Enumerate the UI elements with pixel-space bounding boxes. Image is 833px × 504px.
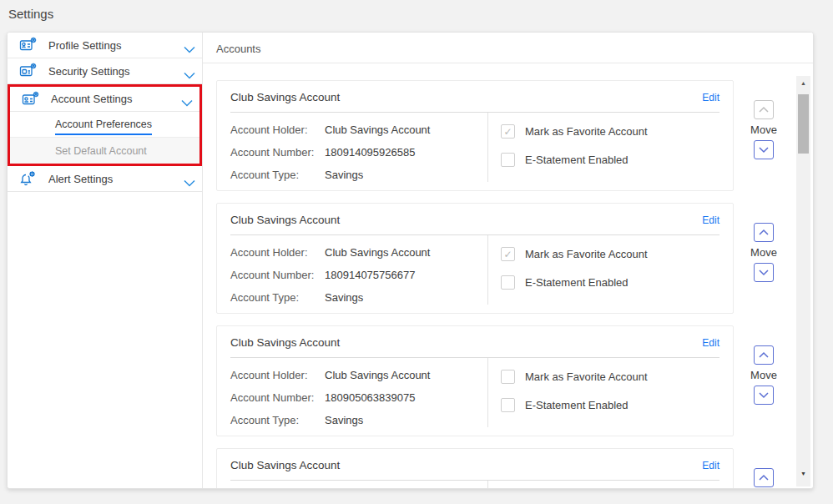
accounts-list: Club Savings Account Edit Account Holder…	[203, 63, 813, 488]
estatement-option[interactable]: E-Statement Enabled	[501, 275, 719, 290]
account-type-value: Savings	[325, 414, 363, 426]
move-up-button[interactable]	[754, 345, 774, 365]
favorite-option[interactable]: ✓ Mark as Favorite Account	[501, 124, 719, 139]
estatement-checkbox[interactable]	[501, 398, 515, 412]
account-type-label: Account Type:	[230, 291, 325, 304]
account-holder-value: Club Savings Account	[325, 123, 430, 136]
edit-link[interactable]: Edit	[702, 337, 719, 349]
move-up-button[interactable]	[754, 223, 774, 242]
favorite-checkbox[interactable]	[501, 370, 515, 384]
move-down-button[interactable]	[754, 386, 774, 405]
accounts-panel: Accounts Club Savings Account Edit Accou…	[203, 33, 813, 488]
page-title: Settings	[8, 7, 53, 21]
scrollbar-thumb[interactable]	[798, 94, 809, 154]
sidebar-item-alert-settings[interactable]: Alert Settings	[8, 166, 202, 192]
sidebar-item-account-settings[interactable]: Account Settings	[10, 87, 199, 112]
estatement-option[interactable]: E-Statement Enabled	[501, 153, 719, 167]
account-row: Club Savings Account Edit Account Holder…	[216, 325, 813, 436]
subitem-label: Account Preferences	[55, 118, 152, 135]
account-card-title: Club Savings Account	[230, 91, 340, 103]
account-type-value: Savings	[325, 291, 363, 304]
account-row: Club Savings Account Edit Account Holder…	[216, 448, 813, 488]
account-number-label: Account Number:	[230, 269, 325, 281]
account-card: Club Savings Account Edit Account Holder…	[216, 203, 734, 314]
account-settings-highlight-box: Account Settings Account Preferences Set…	[8, 84, 202, 166]
estatement-option[interactable]: E-Statement Enabled	[501, 398, 719, 412]
chevron-up-icon	[758, 349, 770, 361]
estatement-label: E-Statement Enabled	[525, 276, 629, 289]
sidebar-item-label: Alert Settings	[48, 173, 184, 185]
move-label: Move	[750, 246, 777, 259]
favorite-checkbox[interactable]: ✓	[501, 247, 515, 261]
account-row: Club Savings Account Edit Account Holder…	[216, 203, 813, 314]
sidebar-subitem-account-preferences[interactable]: Account Preferences	[10, 112, 199, 138]
account-card-title: Club Savings Account	[230, 336, 340, 349]
account-holder-label: Account Holder:	[230, 246, 325, 259]
chevron-up-icon	[758, 103, 770, 116]
favorite-label: Mark as Favorite Account	[525, 370, 648, 383]
account-card-title: Club Savings Account	[230, 214, 340, 226]
favorite-label: Mark as Favorite Account	[525, 248, 648, 260]
profile-card-gear-icon	[19, 37, 38, 53]
account-number-value: 180905063839075	[325, 391, 415, 404]
sidebar-item-label: Security Settings	[48, 65, 184, 78]
account-card: Club Savings Account Edit Account Holder…	[216, 325, 734, 436]
chevron-down-icon	[184, 68, 195, 75]
account-card: Club Savings Account Edit Account Holder…	[216, 80, 734, 191]
account-card: Club Savings Account Edit Account Holder…	[216, 448, 734, 488]
account-type-value: Savings	[325, 169, 363, 181]
chevron-down-icon	[184, 42, 195, 49]
sidebar-item-profile-settings[interactable]: Profile Settings	[8, 33, 202, 58]
accounts-header: Accounts	[203, 33, 813, 63]
move-label: Move	[750, 123, 777, 136]
sidebar-item-label: Account Settings	[51, 93, 181, 105]
chevron-down-icon	[758, 144, 770, 156]
scrollbar-up-arrow[interactable]: ▲	[796, 78, 810, 89]
estatement-label: E-Statement Enabled	[525, 399, 629, 411]
scrollbar[interactable]: ▲ ▼	[796, 76, 810, 486]
chevron-up-icon	[758, 471, 770, 484]
favorite-option[interactable]: Mark as Favorite Account	[501, 370, 719, 384]
chevron-down-icon	[184, 175, 195, 183]
bell-gear-icon	[19, 170, 38, 187]
account-type-label: Account Type:	[230, 169, 325, 181]
sidebar-item-security-settings[interactable]: Security Settings	[8, 58, 202, 84]
move-down-button[interactable]	[754, 263, 774, 282]
settings-panel: Profile Settings Security Settings	[7, 32, 814, 489]
chevron-up-icon	[758, 226, 770, 239]
edit-link[interactable]: Edit	[702, 92, 719, 103]
chevron-down-icon	[758, 389, 770, 401]
chevron-down-icon	[181, 95, 193, 103]
estatement-label: E-Statement Enabled	[525, 154, 629, 166]
account-number-value: 180914095926585	[325, 146, 415, 159]
favorite-option[interactable]: ✓ Mark as Favorite Account	[501, 247, 719, 261]
sidebar-item-label: Profile Settings	[48, 39, 184, 52]
scrollbar-down-arrow[interactable]: ▼	[796, 468, 810, 480]
account-number-label: Account Number:	[230, 146, 325, 159]
account-number-value: 180914075756677	[325, 269, 415, 281]
account-type-label: Account Type:	[230, 414, 325, 426]
favorite-checkbox[interactable]: ✓	[501, 124, 515, 139]
sidebar: Profile Settings Security Settings	[8, 33, 203, 488]
move-up-button[interactable]	[754, 100, 774, 119]
move-up-button[interactable]	[754, 468, 774, 487]
favorite-label: Mark as Favorite Account	[525, 125, 648, 138]
account-holder-value: Club Savings Account	[325, 369, 430, 381]
account-holder-label: Account Holder:	[230, 123, 325, 136]
subitem-label: Set Default Account	[55, 145, 147, 157]
edit-link[interactable]: Edit	[702, 460, 719, 471]
account-row: Club Savings Account Edit Account Holder…	[216, 80, 813, 191]
account-card-gear-icon	[22, 91, 40, 108]
account-holder-value: Club Savings Account	[325, 246, 430, 259]
account-holder-label: Account Holder:	[230, 369, 325, 381]
estatement-checkbox[interactable]	[501, 275, 515, 290]
account-number-label: Account Number:	[230, 391, 325, 404]
chevron-down-icon	[758, 266, 770, 279]
estatement-checkbox[interactable]	[501, 153, 515, 167]
account-card-title: Club Savings Account	[230, 459, 340, 471]
move-label: Move	[750, 369, 777, 381]
edit-link[interactable]: Edit	[702, 214, 719, 226]
move-down-button[interactable]	[754, 140, 774, 159]
security-card-gear-icon	[19, 63, 38, 79]
sidebar-subitem-set-default-account[interactable]: Set Default Account	[10, 138, 199, 164]
